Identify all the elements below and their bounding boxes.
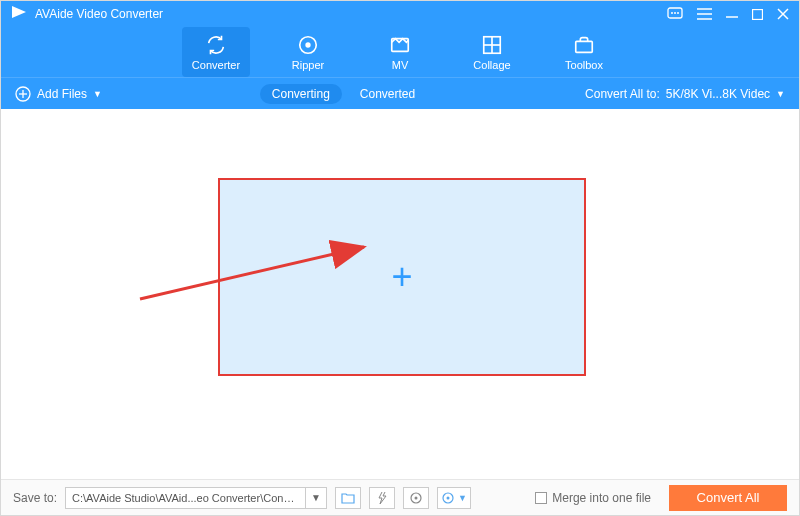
svg-point-3 (674, 12, 676, 14)
convert-all-to[interactable]: Convert All to: 5K/8K Vi...8K Videc ▼ (585, 87, 785, 101)
settings-dropdown-button[interactable]: ▼ (437, 487, 471, 509)
sub-toolbar: Add Files ▼ Converting Converted Convert… (1, 77, 799, 109)
nav-ripper[interactable]: Ripper (274, 27, 342, 77)
dropzone[interactable]: + (218, 178, 586, 376)
app-title: AVAide Video Converter (35, 7, 163, 21)
merge-checkbox[interactable]: Merge into one file (535, 491, 651, 505)
save-path-dropdown[interactable]: ▼ (305, 487, 327, 509)
task-settings-button[interactable] (403, 487, 429, 509)
convert-all-button[interactable]: Convert All (669, 485, 787, 511)
save-path-control: C:\AVAide Studio\AVAid...eo Converter\Co… (65, 487, 327, 509)
nav-label: Toolbox (565, 59, 603, 71)
add-files-label: Add Files (37, 87, 87, 101)
chevron-down-icon: ▼ (93, 89, 102, 99)
titlebar-left: AVAide Video Converter (11, 5, 163, 23)
menu-icon[interactable] (697, 8, 712, 20)
plus-icon: + (391, 256, 412, 298)
maximize-icon[interactable] (752, 9, 763, 20)
nav-mv[interactable]: MV (366, 27, 434, 77)
checkbox-icon (535, 492, 547, 504)
titlebar: AVAide Video Converter (1, 1, 799, 27)
boost-off-button[interactable] (369, 487, 395, 509)
merge-label: Merge into one file (552, 491, 651, 505)
nav-toolbox[interactable]: Toolbox (550, 27, 618, 77)
svg-marker-0 (12, 6, 26, 18)
svg-point-4 (677, 12, 679, 14)
chevron-down-icon: ▼ (776, 89, 785, 99)
save-path-input[interactable]: C:\AVAide Studio\AVAid...eo Converter\Co… (65, 487, 305, 509)
svg-point-13 (306, 43, 310, 47)
close-icon[interactable] (777, 8, 789, 20)
status-tabs: Converting Converted (260, 84, 427, 104)
svg-rect-18 (576, 41, 593, 52)
nav-label: Ripper (292, 59, 324, 71)
convert-all-to-label: Convert All to: (585, 87, 660, 101)
open-folder-button[interactable] (335, 487, 361, 509)
svg-point-25 (415, 496, 418, 499)
nav-label: MV (392, 59, 409, 71)
tab-converting[interactable]: Converting (260, 84, 342, 104)
nav-label: Converter (192, 59, 240, 71)
add-files-button[interactable]: Add Files ▼ (15, 86, 102, 102)
nav-label: Collage (473, 59, 510, 71)
bottom-bar: Save to: C:\AVAide Studio\AVAid...eo Con… (1, 479, 799, 515)
format-value: 5K/8K Vi...8K Videc (666, 87, 770, 101)
window-controls (667, 7, 789, 21)
nav-collage[interactable]: Collage (458, 27, 526, 77)
nav-converter[interactable]: Converter (182, 27, 250, 77)
svg-point-27 (447, 496, 450, 499)
main-nav: Converter Ripper MV Collage Toolbox (1, 27, 799, 77)
svg-rect-9 (753, 9, 763, 19)
app-logo-icon (11, 5, 27, 23)
minimize-icon[interactable] (726, 8, 738, 20)
tab-converted[interactable]: Converted (348, 84, 427, 104)
main-area: + (1, 109, 799, 479)
feedback-icon[interactable] (667, 7, 683, 21)
save-to-label: Save to: (13, 491, 57, 505)
svg-point-2 (671, 12, 673, 14)
